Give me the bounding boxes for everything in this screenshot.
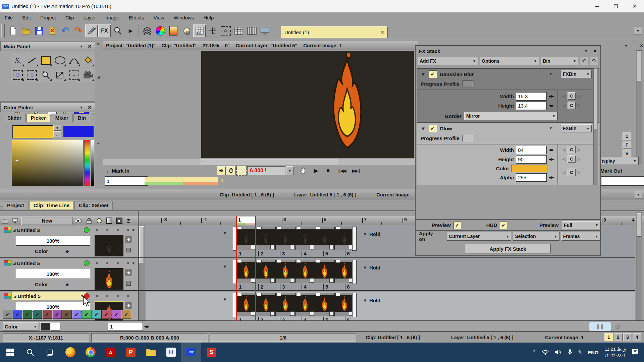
palette-checkbox[interactable]: ✓	[102, 310, 111, 319]
layer-option-dot[interactable]	[127, 229, 129, 231]
frame-cell[interactable]	[276, 260, 296, 283]
layer-expand-icon[interactable]: ◢	[13, 261, 15, 265]
color-picker-header[interactable]: Color Picker ▼ ✕	[0, 102, 95, 112]
tray-expand-icon[interactable]: ⌃	[532, 349, 537, 355]
bottom-color-dropdown[interactable]: Color▼	[3, 322, 39, 330]
timeline-tab[interactable]: Project	[3, 201, 29, 209]
color-picker-tab[interactable]: Picker	[26, 114, 50, 122]
grid-icon[interactable]	[232, 24, 245, 37]
effect-collapse-icon[interactable]: ▼	[421, 126, 426, 131]
layer-preview-icon[interactable]	[125, 269, 132, 276]
strip-end-cap[interactable]	[352, 227, 357, 251]
hold-control-2[interactable]: ▼Hold	[363, 265, 380, 270]
apply-fx-stack-button[interactable]: Apply FX Stack	[465, 244, 551, 253]
glow-params-collapse-icon[interactable]: ▼	[549, 126, 552, 130]
right-panel-minimize-icon[interactable]: –	[632, 43, 635, 48]
menu-item[interactable]: Edit	[17, 15, 36, 20]
apply-frames-dropdown[interactable]: Frames▼	[561, 232, 600, 241]
prev-key-icon[interactable]: ◁	[563, 170, 566, 175]
split-view-icon[interactable]	[246, 24, 258, 37]
fx-preview-checkbox[interactable]: ✓	[453, 222, 461, 229]
prev-key-icon[interactable]: ◁	[563, 94, 566, 99]
next-key-icon[interactable]: ▷	[577, 103, 580, 108]
gaussian-width-input[interactable]: 15.3	[516, 92, 547, 101]
next-key-icon[interactable]: ▷	[577, 157, 580, 162]
save-icon[interactable]	[33, 24, 45, 37]
preview-toggle-icon[interactable]	[114, 218, 124, 224]
layer-color-icon[interactable]	[4, 260, 11, 266]
layer-preview-icon[interactable]	[125, 236, 132, 243]
prev-key-icon[interactable]: ◁	[563, 157, 566, 162]
palette-checkbox[interactable]: ✓	[3, 310, 12, 319]
play-tool-icon[interactable]: ▶	[124, 24, 137, 37]
gradient-icon[interactable]	[167, 24, 179, 37]
vscrollbar-thumb[interactable]	[637, 51, 641, 81]
powerpoint-icon[interactable]: P	[121, 343, 141, 362]
layer-folder-icon[interactable]	[0, 218, 10, 224]
next-key-icon[interactable]: ▷	[577, 147, 580, 152]
splitter-arrow-icon-2[interactable]: ◄	[95, 140, 102, 146]
layer-option-dot[interactable]	[117, 229, 119, 231]
titlebar[interactable]: TVP Untitled (1) - TVP Animation 10 Pro …	[0, 0, 644, 13]
gaussian-height-spinner[interactable]: ◀▶	[549, 104, 554, 107]
visibility-eye-icon[interactable]	[72, 219, 84, 223]
glow-progress-box[interactable]	[462, 135, 473, 141]
layer-preview-icon[interactable]	[125, 302, 132, 309]
gaussian-fxbin-dropdown[interactable]: FXBin▼	[561, 70, 592, 78]
effect-collapse-icon[interactable]: ▼	[421, 71, 426, 77]
playhead-line-left[interactable]	[236, 216, 237, 321]
volume-icon[interactable]	[554, 349, 562, 355]
layer-small-icon[interactable]	[126, 281, 131, 286]
h-app-icon[interactable]: H	[161, 343, 181, 362]
hue-strip[interactable]	[84, 140, 90, 186]
layer-menu-icon[interactable]: ▼	[132, 228, 135, 232]
document-tab[interactable]: Untitled (1) ✕	[281, 26, 388, 38]
palette-checkbox[interactable]: ✓	[112, 310, 121, 319]
menu-item[interactable]: Help	[199, 15, 219, 20]
glow-alpha-spinner[interactable]: ◀▶	[549, 176, 554, 179]
strip-end-cap[interactable]	[352, 260, 357, 284]
workspace-page-button[interactable]: 2	[614, 333, 623, 341]
tvpaint-taskbar-icon[interactable]: TVP	[181, 342, 201, 362]
frame-cell[interactable]	[236, 293, 256, 316]
pre-strip-dropdown-icon[interactable]: ▼	[223, 297, 227, 302]
foreground-color-swatch[interactable]	[12, 125, 53, 138]
playhead-line-right[interactable]	[255, 216, 256, 321]
document-tab-close-icon[interactable]: ✕	[380, 29, 384, 35]
palette-checkbox[interactable]: ✓	[13, 310, 22, 319]
layer-color-icon[interactable]	[4, 227, 11, 233]
frame-cell[interactable]	[296, 293, 315, 316]
mark-in-label[interactable]: Mark In	[112, 168, 130, 174]
ellipse-tool[interactable]	[53, 53, 67, 67]
curve-tool[interactable]	[67, 53, 81, 67]
canvas-image[interactable]	[201, 51, 414, 158]
frame-cell[interactable]	[296, 260, 315, 283]
minimize-button[interactable]: –	[588, 0, 606, 12]
palette-checkbox[interactable]: ✓	[22, 310, 32, 319]
frame-cell[interactable]	[276, 227, 296, 250]
gaussian-height-input[interactable]: 13.4	[516, 102, 547, 110]
border-dropdown[interactable]: Mirror▼	[464, 112, 557, 120]
workspace-page-button[interactable]: 4	[633, 333, 641, 341]
lock-icon[interactable]	[84, 218, 94, 224]
bottom-frame-input[interactable]: 1	[108, 322, 143, 331]
range-select-icon[interactable]	[236, 166, 247, 176]
color-picker-tab[interactable]: Bin	[73, 114, 90, 122]
layer-thumbnail[interactable]	[95, 235, 123, 256]
workspace-page-button[interactable]: 1	[604, 333, 613, 341]
go-end-button[interactable]: ▶▶❙	[349, 166, 363, 175]
new-layer-button[interactable]: New	[21, 217, 72, 225]
layer-option-dot[interactable]	[117, 262, 119, 264]
camera-tool[interactable]	[81, 68, 95, 82]
frame-cell[interactable]	[335, 293, 355, 316]
right-panel-menu-icon[interactable]: ▼	[624, 44, 628, 48]
layer-option-dot[interactable]	[117, 295, 119, 297]
select-b-tool[interactable]: B	[11, 68, 25, 82]
search-button[interactable]	[20, 343, 40, 362]
notification-icon[interactable]	[631, 349, 639, 356]
hscrollbar-thumb[interactable]	[200, 160, 338, 164]
pan-hand-icon[interactable]	[297, 166, 310, 175]
line-tool[interactable]	[25, 53, 39, 67]
toolbar-grip[interactable]	[1, 24, 5, 38]
density-icon[interactable]	[104, 218, 114, 224]
